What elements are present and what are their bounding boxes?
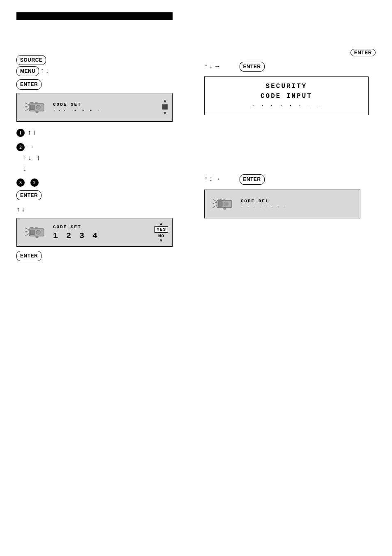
- security-title: SECURITY: [213, 83, 360, 90]
- step2-circle: 2: [16, 143, 25, 151]
- enter-button-3[interactable]: ENTER: [16, 251, 42, 261]
- two-column-layout: SOURCE MENU ↑ ↓ ENTER: [16, 28, 376, 264]
- right-mid-updown-arrows: ↑ ↓ →: [204, 175, 221, 182]
- left-intro-para1: [16, 28, 188, 37]
- right-mid-para1: [204, 120, 376, 129]
- step2-updown: ↑ ↓: [23, 154, 31, 161]
- code-set-screen-content: CODE SET · · · - - - ·: [53, 102, 159, 113]
- code-set-line1: CODE SET: [53, 102, 159, 107]
- left-column: SOURCE MENU ↑ ↓ ENTER: [16, 28, 196, 264]
- step2-block: 2 → ↑ ↓ ↑ ↓: [16, 141, 188, 175]
- no-label: NO: [158, 234, 164, 239]
- menu-button[interactable]: MENU: [16, 66, 39, 76]
- right-mid-para3: [204, 146, 376, 154]
- svg-rect-13: [30, 230, 35, 235]
- right-column: ENTER ↑ ↓ → ENTER SECURITY CODE INPUT · …: [196, 28, 376, 264]
- svg-rect-22: [218, 202, 222, 206]
- right-mid-para2: [204, 133, 376, 141]
- title-bar: [16, 12, 173, 20]
- up-down-arrows: ↑ ↓: [41, 67, 49, 74]
- svg-rect-16: [36, 236, 38, 238]
- source-button[interactable]: SOURCE: [16, 55, 46, 65]
- after-enter-arrows: ↑ ↓: [16, 204, 188, 215]
- svg-point-6: [37, 106, 39, 109]
- right-mid-arrows: ↑ ↓ → ENTER: [204, 173, 376, 184]
- enter-button-2[interactable]: ENTER: [16, 190, 42, 200]
- mockup1-arrows: ▲ ⬛ ▼: [162, 98, 168, 116]
- step3-ref-circle: 2: [30, 178, 39, 187]
- projector-icon-area: MENU EQ7: [21, 100, 50, 115]
- step2-up: ↑: [37, 154, 40, 161]
- step3-block: 3 2: [16, 178, 188, 187]
- code-del-line1: CODE DEL: [241, 199, 356, 204]
- step3-circle: 3: [16, 178, 25, 187]
- step1-text: ↑ ↓: [28, 130, 36, 136]
- code-del-screen-content: CODE DEL · · · · · · · ·: [241, 199, 356, 209]
- final-enter-block: ENTER: [16, 251, 188, 261]
- right-intro-para: [204, 36, 376, 45]
- right-arrows-block: ↑ ↓ → ENTER: [204, 60, 376, 72]
- left-intro-para2: [16, 41, 188, 49]
- code-set-yesno-content: CODE SET 1 2 3 4: [53, 225, 151, 241]
- projector-svg: MENU EQ7: [24, 100, 47, 115]
- enter-button-right-1[interactable]: ENTER: [350, 49, 376, 56]
- after-enter-updown: ↑ ↓: [16, 206, 25, 213]
- projector-svg-2: MENU EQ7: [24, 225, 47, 240]
- svg-text:MENU EQ7: MENU EQ7: [30, 227, 38, 229]
- code-set-mockup: MENU EQ7 CODE SET · · · - - - · ▲ ⬛ ▼: [16, 93, 173, 122]
- right-up-down-arrows: ↑ ↓ →: [204, 63, 221, 70]
- enter-button-1[interactable]: ENTER: [16, 79, 42, 89]
- page: SOURCE MENU ↑ ↓ ENTER: [0, 0, 392, 556]
- right-enter-area: ENTER: [204, 49, 376, 56]
- yes-no-col: ▲ YES NO ▼: [154, 222, 168, 243]
- step1-circle: 1: [16, 129, 25, 137]
- step2-down: ↓: [23, 165, 26, 172]
- projector-icon-area-2: MENU EQ7: [21, 225, 50, 240]
- enter-block: ENTER: [16, 79, 188, 89]
- right-mid-para4: [204, 158, 376, 167]
- svg-point-24: [225, 203, 227, 205]
- svg-point-15: [37, 231, 39, 234]
- projector-svg-3: MENU EQ7: [212, 196, 235, 212]
- code-number-display: 1 2 3 4: [53, 231, 151, 241]
- code-set-line1-b: CODE SET: [53, 225, 151, 229]
- security-dots: · · · · · · _ _: [213, 102, 360, 109]
- yes-label: YES: [154, 226, 168, 233]
- svg-rect-25: [224, 208, 226, 209]
- code-del-mockup: MENU EQ7 CODE DEL · · · · · · · ·: [204, 190, 360, 218]
- step1-block: 1 ↑ ↓: [16, 127, 188, 138]
- projector-icon-area-3: MENU EQ7: [209, 196, 238, 212]
- code-del-dots: · · · · · · · ·: [241, 205, 356, 209]
- enter-block-2: ENTER: [16, 190, 188, 200]
- code-set-yesno-mockup: MENU EQ7 CODE SET 1 2 3 4 ▲ YES NO ▼: [16, 218, 173, 247]
- enter-button-right-2[interactable]: ENTER: [240, 62, 265, 72]
- svg-rect-4: [30, 105, 35, 110]
- svg-text:MENU EQ7: MENU EQ7: [218, 198, 226, 200]
- security-subtitle: CODE INPUT: [213, 93, 360, 100]
- step2-right-arrow: →: [28, 143, 34, 150]
- svg-text:MENU EQ7: MENU EQ7: [30, 102, 38, 104]
- code-set-lines: CODE SET · · · - - - ·: [53, 102, 159, 113]
- source-menu-block: SOURCE MENU ↑ ↓: [16, 55, 188, 76]
- enter-button-right-3[interactable]: ENTER: [240, 174, 265, 184]
- security-code-box: SECURITY CODE INPUT · · · · · · _ _: [204, 76, 369, 115]
- svg-rect-7: [36, 111, 38, 113]
- code-set-line2: · · · - - - ·: [53, 109, 159, 113]
